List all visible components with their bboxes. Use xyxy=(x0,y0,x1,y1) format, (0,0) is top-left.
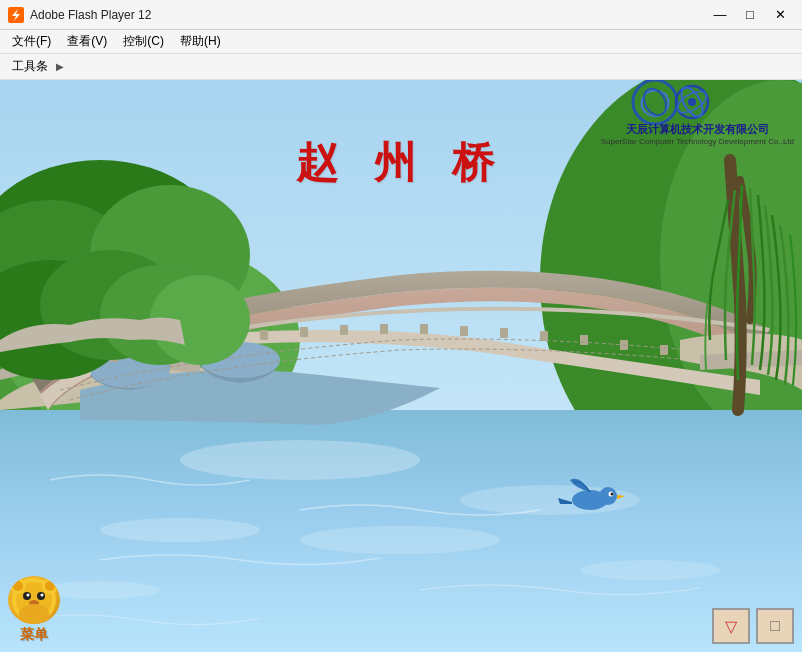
svg-point-55 xyxy=(13,581,23,591)
minimize-button[interactable]: — xyxy=(706,4,734,26)
menubar: 文件(F) 查看(V) 控制(C) 帮助(H) xyxy=(0,30,802,54)
svg-point-16 xyxy=(580,560,720,580)
menu-help[interactable]: 帮助(H) xyxy=(172,31,229,52)
company-logo: 天辰计算机技术开发有限公司 SuperStar Computer Technol… xyxy=(601,84,794,146)
svg-rect-27 xyxy=(340,325,348,335)
svg-point-14 xyxy=(100,518,260,542)
menu-file[interactable]: 文件(F) xyxy=(4,31,59,52)
svg-rect-30 xyxy=(460,326,468,336)
svg-rect-31 xyxy=(500,328,508,338)
svg-point-57 xyxy=(45,581,55,591)
svg-point-61 xyxy=(41,594,44,597)
menu-view[interactable]: 查看(V) xyxy=(59,31,115,52)
svg-rect-33 xyxy=(580,335,588,345)
titlebar-left: Adobe Flash Player 12 xyxy=(8,7,151,23)
menu-icon xyxy=(8,576,60,624)
toolbar-label[interactable]: 工具条 xyxy=(4,56,56,77)
maximize-button[interactable]: □ xyxy=(736,4,764,26)
svg-point-60 xyxy=(27,594,30,597)
svg-rect-26 xyxy=(300,327,308,337)
svg-point-15 xyxy=(300,526,500,554)
svg-point-45 xyxy=(611,493,614,496)
svg-rect-29 xyxy=(420,324,428,334)
window-controls: — □ ✕ xyxy=(706,4,794,26)
company-name: 天辰计算机技术开发有限公司 xyxy=(626,122,769,137)
flash-icon xyxy=(8,7,24,23)
down-arrow-button[interactable]: ▽ xyxy=(712,608,750,644)
titlebar: Adobe Flash Player 12 — □ ✕ xyxy=(0,0,802,30)
bottom-controls: ▽ □ xyxy=(712,608,794,644)
square-button[interactable]: □ xyxy=(756,608,794,644)
svg-rect-25 xyxy=(260,330,268,340)
svg-point-43 xyxy=(599,487,617,505)
menu-button[interactable]: 菜单 xyxy=(8,576,60,644)
toolbar-expand-icon: ▶ xyxy=(56,61,64,72)
content-area: 赵 州 桥 天辰计算机技术开发有限公司 SuperStar Computer T… xyxy=(0,80,802,652)
company-sub: SuperStar Computer Technology Developmen… xyxy=(601,137,794,146)
svg-point-62 xyxy=(29,600,39,606)
window-title: Adobe Flash Player 12 xyxy=(30,8,151,22)
svg-point-51 xyxy=(688,98,696,106)
toolbar: 工具条 ▶ xyxy=(0,54,802,80)
menu-button-label: 菜单 xyxy=(20,626,48,644)
svg-rect-35 xyxy=(660,345,668,355)
svg-rect-28 xyxy=(380,324,388,334)
menu-control[interactable]: 控制(C) xyxy=(115,31,172,52)
bridge-title: 赵 州 桥 xyxy=(296,135,505,191)
close-button[interactable]: ✕ xyxy=(766,4,794,26)
svg-rect-32 xyxy=(540,331,548,341)
svg-point-12 xyxy=(180,440,420,480)
